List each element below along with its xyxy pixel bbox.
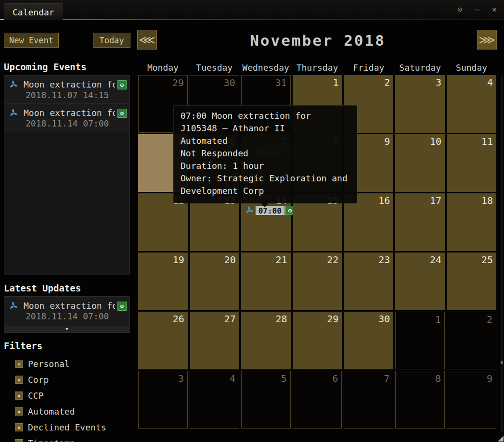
calendar-day-cell[interactable]: 4 xyxy=(447,75,496,133)
calendar-day-cell[interactable]: 5 xyxy=(241,371,291,429)
filter-item[interactable]: ✕ Timestamp xyxy=(4,435,130,442)
filter-label: Timestamp xyxy=(28,438,75,442)
filter-checkbox[interactable]: ✕ xyxy=(15,407,23,416)
tooltip-line: Automated xyxy=(181,135,351,147)
new-event-button[interactable]: New Event xyxy=(4,33,59,48)
filter-item[interactable]: ✕ Automated xyxy=(4,404,130,419)
sidebar: Upcoming Events Moon extraction for J105… xyxy=(4,62,130,442)
calendar-day-cell[interactable]: 22 xyxy=(293,253,342,310)
moon-extraction-icon xyxy=(244,205,255,215)
calendar-day-cell[interactable]: 4 xyxy=(190,371,239,429)
close-icon[interactable]: ✕ xyxy=(490,5,499,14)
calendar-day-cell[interactable]: 30 xyxy=(344,312,393,369)
day-number: 29 xyxy=(327,313,338,325)
filter-item[interactable]: ✕ Personal xyxy=(4,356,130,372)
calendar-scrollbar[interactable] xyxy=(501,75,503,432)
day-number: 29 xyxy=(172,77,184,88)
day-number: 7 xyxy=(384,373,389,384)
day-number: 17 xyxy=(430,195,441,206)
calendar-day-cell[interactable]: 3 xyxy=(138,371,188,429)
day-number: 20 xyxy=(224,254,236,265)
weekday-label: Sunday xyxy=(447,63,496,73)
calendar-day-cell[interactable]: 11 xyxy=(447,134,496,192)
calendar-day-cell[interactable]: 25 xyxy=(447,253,496,310)
day-number: 22 xyxy=(327,254,338,265)
day-number: 1 xyxy=(333,76,338,88)
filter-checkbox[interactable]: ✕ xyxy=(15,439,23,442)
calendar-day-cell[interactable]: 1 xyxy=(395,312,445,369)
calendar-day-cell[interactable]: 9 xyxy=(447,371,496,429)
tab-calendar[interactable]: Calendar xyxy=(4,3,63,20)
calendar-day-cell[interactable]: 23 xyxy=(344,253,393,310)
calendar-day-cell[interactable]: 28 xyxy=(241,312,291,369)
calendar-day-cell[interactable]: 3 xyxy=(395,75,445,133)
weekday-label: Tuesday xyxy=(190,63,239,73)
day-number: 28 xyxy=(275,313,287,325)
latest-updates-panel: Moon extraction for J105348 – Athanor II… xyxy=(4,296,130,326)
filter-item[interactable]: ✕ CCP xyxy=(4,388,130,404)
calendar-day-cell[interactable]: 18 xyxy=(447,193,496,251)
filter-label: Declined Events xyxy=(28,422,106,432)
filter-checkbox[interactable]: ✕ xyxy=(15,391,23,400)
weekday-label: Friday xyxy=(344,63,393,73)
day-number: 11 xyxy=(481,136,493,147)
moon-extraction-icon xyxy=(7,301,20,311)
day-number: 21 xyxy=(275,254,287,265)
day-number: 30 xyxy=(378,313,390,325)
calendar-day-cell[interactable]: 20 xyxy=(190,253,239,310)
day-number: 26 xyxy=(173,313,184,325)
window-resize-handle[interactable] xyxy=(498,436,504,442)
calendar-day-cell[interactable]: 7 xyxy=(344,371,393,429)
day-number: 1 xyxy=(435,314,441,325)
event-title: Moon extraction for J105348 – Athanor II xyxy=(24,301,115,311)
day-number: 6 xyxy=(332,373,338,384)
event-list-item[interactable]: Moon extraction for J105348 – Athanor II… xyxy=(4,104,129,132)
today-button[interactable]: Today xyxy=(93,33,130,48)
event-timestamp: 2018.11.14 07:00 xyxy=(7,118,127,128)
calendar-day-cell[interactable]: 27 xyxy=(190,312,239,369)
filter-item[interactable]: ✕ Declined Events xyxy=(4,419,130,435)
automated-gear-icon: ⚙ xyxy=(117,109,127,118)
day-number: 3 xyxy=(436,76,441,88)
automated-gear-icon: ⚙ xyxy=(117,80,127,89)
tooltip-line: Owner: Strategic Exploration and Develop… xyxy=(181,172,351,197)
event-timestamp: 2018.11.07 14:15 xyxy=(7,90,127,100)
calendar-day-cell[interactable]: 2 xyxy=(447,312,496,369)
tooltip-line: 07:00 Moon extraction for J105348 – Atha… xyxy=(181,110,351,135)
next-month-button[interactable]: ⋙ xyxy=(477,30,497,50)
filter-checkbox[interactable]: ✕ xyxy=(15,423,23,431)
filter-checkbox[interactable]: ✕ xyxy=(15,376,23,384)
tooltip-caret-icon xyxy=(260,202,269,207)
day-number: 5 xyxy=(281,373,287,384)
calendar-day-cell[interactable]: 6 xyxy=(293,371,342,429)
event-list-item[interactable]: Moon extraction for J105348 – Athanor II… xyxy=(4,76,129,104)
tab-calendar-label: Calendar xyxy=(13,7,54,17)
day-number: 31 xyxy=(275,77,286,88)
calendar-day-cell[interactable]: 10 xyxy=(395,134,445,192)
calendar-day-cell[interactable]: 24 xyxy=(395,253,445,310)
day-number: 8 xyxy=(435,373,441,384)
weekday-label: Wednesday xyxy=(241,63,291,73)
calendar-event-chip[interactable]: 07:00⚙ xyxy=(244,205,295,215)
event-title: Moon extraction for J105348 – Athanor II xyxy=(24,108,115,118)
calendar-day-cell[interactable]: 21 xyxy=(241,253,291,310)
moon-extraction-icon xyxy=(7,79,20,90)
day-number: 27 xyxy=(224,313,236,325)
tooltip-line: Not Responded xyxy=(181,147,351,160)
minimize-icon[interactable]: – xyxy=(472,5,482,14)
day-number: 9 xyxy=(384,136,390,147)
day-number: 4 xyxy=(487,76,493,88)
prev-month-button[interactable]: ⋘ xyxy=(137,30,157,50)
calendar-day-cell[interactable]: 8 xyxy=(395,371,445,429)
event-list-item[interactable]: Moon extraction for J105348 – Athanor II… xyxy=(4,297,129,325)
filter-checkbox[interactable]: ✕ xyxy=(15,360,23,368)
calendar-day-cell[interactable]: 29 xyxy=(293,312,342,369)
filter-item[interactable]: ✕ Corp xyxy=(4,372,130,388)
day-number: 30 xyxy=(224,77,235,88)
calendar-day-cell[interactable]: 26 xyxy=(138,312,188,369)
settings-icon[interactable]: ⊙ xyxy=(455,5,465,14)
calendar-day-cell[interactable]: 19 xyxy=(138,253,188,310)
event-timestamp: 2018.11.14 07:00 xyxy=(7,311,127,321)
calendar-day-cell[interactable]: 17 xyxy=(395,193,445,251)
latest-updates-expander[interactable]: ▼ xyxy=(4,326,130,333)
